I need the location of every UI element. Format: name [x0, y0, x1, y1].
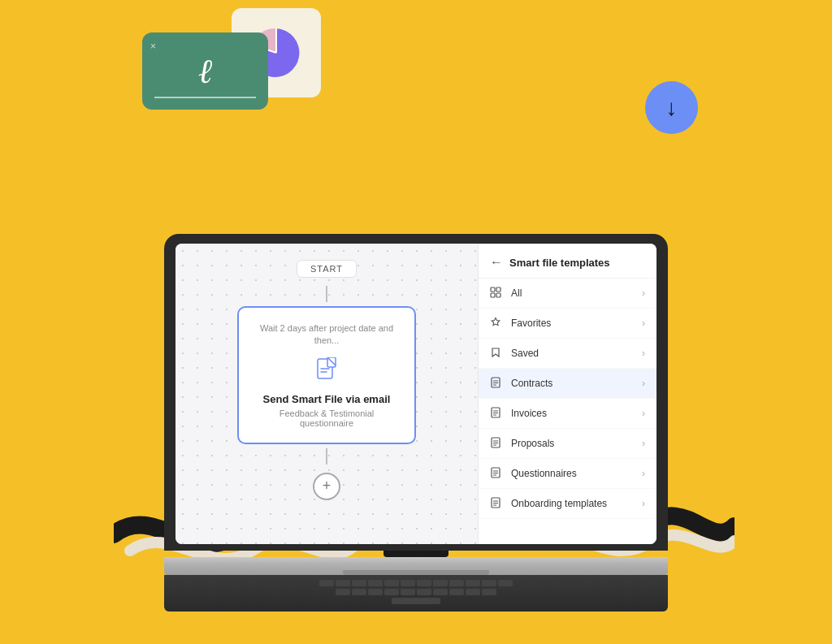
template-item-contracts[interactable]: Contracts ›	[479, 369, 656, 399]
chevron-contracts-icon: ›	[642, 378, 645, 389]
key	[336, 589, 350, 595]
key	[449, 580, 464, 586]
smart-file-icon	[258, 357, 395, 387]
chevron-invoices-icon: ›	[642, 408, 645, 419]
chevron-favorites-icon: ›	[642, 318, 645, 329]
key	[384, 589, 399, 595]
download-button[interactable]: ↓	[645, 81, 698, 134]
signature-underline	[154, 97, 256, 98]
bookmark-icon	[490, 347, 503, 360]
key	[368, 589, 383, 595]
svg-rect-7	[496, 293, 500, 297]
keyboard-row-1	[180, 580, 652, 586]
key	[401, 589, 415, 595]
proposals-label: Proposals	[511, 438, 642, 449]
connector-bottom	[326, 448, 327, 465]
proposals-file-icon	[490, 437, 503, 450]
key	[352, 580, 366, 586]
chevron-questionnaires-icon: ›	[642, 468, 645, 479]
contracts-label: Contracts	[511, 378, 642, 389]
key	[482, 589, 496, 595]
favorites-label: Favorites	[511, 318, 642, 329]
workflow-card-title: Send Smart File via email	[258, 393, 395, 405]
template-item-invoices[interactable]: Invoices ›	[479, 399, 656, 429]
onboarding-label: Onboarding templates	[511, 498, 642, 509]
workflow-card-desc: Feedback & Testimonial questionnaire	[258, 408, 395, 428]
svg-rect-5	[496, 287, 500, 292]
spacebar-key	[392, 598, 440, 604]
template-item-saved[interactable]: Saved ›	[479, 339, 656, 369]
workflow-card[interactable]: Wait 2 days after project date and then.…	[237, 306, 416, 444]
template-item-questionnaires[interactable]: Questionnaires ›	[479, 459, 656, 489]
template-item-all[interactable]: All ›	[479, 279, 656, 309]
key	[466, 580, 480, 586]
workflow-panel: START Wait 2 days after project date and…	[176, 244, 478, 544]
key	[417, 589, 431, 595]
laptop-keyboard	[164, 575, 668, 612]
template-item-onboarding[interactable]: Onboarding templates ›	[479, 489, 656, 519]
workflow-card-subtitle: Wait 2 days after project date and then.…	[258, 322, 395, 348]
key	[319, 580, 334, 586]
key	[498, 580, 513, 586]
key	[384, 580, 399, 586]
grid-icon	[490, 287, 503, 300]
chevron-saved-icon: ›	[642, 348, 645, 359]
key	[417, 580, 431, 586]
contracts-file-icon	[490, 377, 503, 390]
laptop-base	[164, 557, 668, 575]
onboarding-file-icon	[490, 497, 503, 510]
invoices-label: Invoices	[511, 408, 642, 419]
key	[352, 589, 366, 595]
key	[449, 589, 464, 595]
star-icon	[490, 317, 503, 330]
questionnaires-label: Questionnaires	[511, 468, 642, 479]
templates-panel-title: Smart file templates	[509, 257, 610, 269]
key	[433, 580, 448, 586]
all-label: All	[511, 287, 642, 299]
keyboard-row-2	[180, 589, 652, 595]
key	[433, 589, 448, 595]
connector-top	[326, 286, 327, 302]
questionnaires-file-icon	[490, 467, 503, 480]
chevron-all-icon: ›	[642, 287, 645, 299]
key	[482, 580, 496, 586]
key	[401, 580, 415, 586]
signature-x-label: ×	[150, 41, 156, 52]
invoices-file-icon	[490, 407, 503, 420]
key	[466, 589, 480, 595]
start-badge: START	[297, 260, 357, 278]
template-item-favorites[interactable]: Favorites ›	[479, 309, 656, 339]
key	[368, 580, 383, 586]
templates-header: ← Smart file templates	[479, 244, 656, 279]
laptop: START Wait 2 days after project date and…	[164, 234, 668, 612]
svg-rect-4	[491, 287, 495, 292]
key	[336, 580, 350, 586]
download-arrow-icon: ↓	[666, 95, 678, 121]
laptop-screen-outer: START Wait 2 days after project date and…	[164, 234, 668, 551]
svg-rect-6	[491, 293, 495, 297]
signature-card: × ℓ	[142, 32, 268, 110]
keyboard-row-3	[180, 598, 652, 604]
laptop-screen: START Wait 2 days after project date and…	[176, 244, 656, 544]
add-step-button[interactable]: +	[313, 473, 340, 500]
saved-label: Saved	[511, 348, 642, 359]
template-item-proposals[interactable]: Proposals ›	[479, 429, 656, 459]
laptop-notch	[384, 551, 448, 557]
templates-panel: ← Smart file templates All › Favor	[478, 244, 656, 544]
back-button[interactable]: ←	[490, 255, 503, 270]
chevron-onboarding-icon: ›	[642, 498, 645, 509]
signature-icon: ℓ	[198, 52, 213, 91]
chevron-proposals-icon: ›	[642, 438, 645, 449]
